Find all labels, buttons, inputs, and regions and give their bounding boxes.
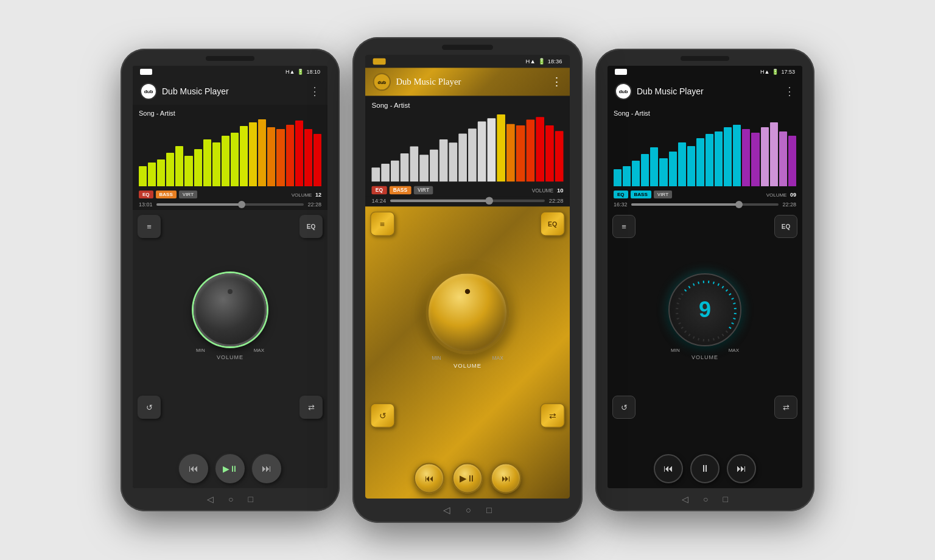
min-label-3: MIN bbox=[671, 348, 680, 353]
next-btn-2[interactable]: ⏭ bbox=[491, 463, 521, 493]
phone-3: H▲ 🔋 17:53 dub Dub Music Player ⋮ Song -… bbox=[595, 49, 814, 511]
eq-btn-3[interactable]: EQ bbox=[774, 215, 797, 238]
back-btn-2[interactable]: ◁ bbox=[443, 505, 450, 516]
virt-tag-2[interactable]: VIRT bbox=[414, 186, 433, 195]
bass-tag-1[interactable]: BASS bbox=[156, 191, 177, 198]
bottom-btn-row-3: ↺ ⇄ bbox=[612, 396, 797, 419]
play-pause-btn-1[interactable]: ▶⏸ bbox=[215, 454, 245, 483]
bass-tag-2[interactable]: BASS bbox=[389, 186, 411, 195]
virt-tag-1[interactable]: VIRT bbox=[179, 191, 197, 198]
svg-line-16 bbox=[732, 323, 734, 324]
tag-buttons-1: EQ BASS VIRT bbox=[139, 191, 197, 198]
progress-thumb-3 bbox=[735, 201, 743, 208]
knob-dot-1 bbox=[228, 289, 233, 294]
back-btn-3[interactable]: ◁ bbox=[682, 494, 688, 504]
eq-tag-3[interactable]: EQ bbox=[614, 191, 628, 198]
eq-bar bbox=[526, 119, 534, 181]
eq-bar bbox=[410, 147, 419, 182]
eq-bar bbox=[761, 127, 769, 186]
progress-bar-1[interactable] bbox=[156, 203, 304, 206]
phone-speaker-2 bbox=[442, 45, 493, 50]
progress-bar-2[interactable] bbox=[390, 200, 545, 202]
next-btn-3[interactable]: ⏭ bbox=[727, 454, 756, 483]
next-btn-1[interactable]: ⏭ bbox=[252, 454, 281, 483]
app-header-2: dub Dub Music Player ⋮ bbox=[365, 68, 570, 96]
time-3: 17:53 bbox=[781, 69, 795, 75]
volume-knob-1[interactable] bbox=[194, 273, 267, 346]
progress-bar-3[interactable] bbox=[631, 203, 779, 206]
nav-bar-3: ◁ ○ □ bbox=[682, 494, 728, 504]
controls-row-2: EQ BASS VIRT VOLUME 10 bbox=[365, 184, 570, 197]
eq-tag-2[interactable]: EQ bbox=[372, 186, 387, 195]
app-title-1: Dub Music Player bbox=[162, 86, 309, 96]
shuffle-btn-2[interactable]: ⇄ bbox=[541, 404, 565, 428]
repeat-btn-2[interactable]: ↺ bbox=[370, 404, 394, 428]
eq-bar bbox=[439, 139, 447, 181]
eq-bar bbox=[788, 136, 796, 186]
virt-tag-3[interactable]: VIRT bbox=[654, 191, 672, 198]
prev-btn-3[interactable]: ⏮ bbox=[654, 454, 683, 483]
eq-bar bbox=[194, 149, 202, 186]
time-current-2: 14:24 bbox=[372, 198, 387, 205]
repeat-btn-1[interactable]: ↺ bbox=[138, 396, 161, 419]
status-left-2 bbox=[373, 58, 386, 65]
more-menu-3[interactable]: ⋮ bbox=[784, 85, 795, 98]
svg-line-17 bbox=[729, 327, 731, 328]
list-btn-3[interactable]: ≡ bbox=[612, 215, 636, 238]
eq-bar bbox=[715, 131, 723, 186]
prev-btn-2[interactable]: ⏮ bbox=[414, 463, 444, 493]
time-current-1: 13:01 bbox=[139, 201, 153, 208]
status-right-2: H▲ 🔋 18:36 bbox=[526, 58, 562, 65]
eq-bar bbox=[650, 147, 658, 186]
app-title-3: Dub Music Player bbox=[637, 86, 784, 96]
max-label-3: MAX bbox=[729, 348, 739, 353]
bottom-btn-row-1: ↺ ⇄ bbox=[138, 396, 323, 419]
eq-bars-3 bbox=[614, 119, 796, 186]
eq-btn-2[interactable]: EQ bbox=[541, 212, 565, 236]
more-menu-1[interactable]: ⋮ bbox=[309, 85, 320, 98]
volume-knob-2[interactable] bbox=[426, 271, 510, 354]
list-btn-1[interactable]: ≡ bbox=[138, 215, 161, 238]
play-pause-btn-2[interactable]: ▶⏸ bbox=[452, 463, 483, 493]
repeat-btn-3[interactable]: ↺ bbox=[612, 396, 636, 419]
play-pause-btn-3[interactable]: ⏸ bbox=[690, 454, 720, 483]
battery-icon-3: 🔋 bbox=[772, 69, 779, 75]
eq-btn-1[interactable]: EQ bbox=[299, 215, 323, 238]
eq-bar bbox=[614, 169, 622, 186]
logo-text-3: dub bbox=[619, 89, 628, 94]
knob-container-3: // Ticks generated below via JS 9 MIN MA… bbox=[668, 273, 741, 360]
back-btn-1[interactable]: ◁ bbox=[207, 494, 214, 504]
prev-btn-1[interactable]: ⏮ bbox=[179, 454, 208, 483]
more-menu-2[interactable]: ⋮ bbox=[551, 75, 562, 89]
svg-line-35 bbox=[681, 293, 683, 295]
app-header-1: dub Dub Music Player ⋮ bbox=[133, 78, 327, 105]
shuffle-btn-3[interactable]: ⇄ bbox=[774, 396, 797, 419]
eq-bar bbox=[203, 139, 211, 186]
shuffle-btn-1[interactable]: ⇄ bbox=[299, 396, 323, 419]
eq-bar bbox=[175, 146, 183, 186]
recent-btn-2[interactable]: □ bbox=[486, 505, 492, 516]
app-logo-3: dub bbox=[615, 83, 632, 100]
volume-display-3: VOLUME 09 bbox=[766, 192, 796, 198]
controls-row-1: EQ BASS VIRT VOLUME 12 bbox=[133, 189, 327, 200]
controls-row-3: EQ BASS VIRT VOLUME 09 bbox=[608, 189, 802, 200]
eq-bar bbox=[751, 133, 759, 186]
eq-bar bbox=[706, 134, 713, 186]
svg-line-1 bbox=[688, 286, 690, 288]
bass-tag-3[interactable]: BASS bbox=[631, 191, 651, 198]
top-btn-row-2: ≡ EQ bbox=[370, 212, 564, 236]
eq-bar bbox=[157, 159, 165, 186]
player-section-3: ≡ EQ // Ticks generated below via JS bbox=[608, 210, 802, 488]
home-btn-2[interactable]: ○ bbox=[466, 505, 471, 516]
song-title-2: Song - Artist bbox=[372, 101, 564, 109]
recent-btn-1[interactable]: □ bbox=[248, 494, 253, 504]
knob-ticks-3: // Ticks generated below via JS bbox=[670, 275, 743, 348]
eq-tag-1[interactable]: EQ bbox=[139, 191, 153, 198]
progress-fill-3 bbox=[631, 203, 739, 206]
volume-knob-3[interactable]: // Ticks generated below via JS 9 bbox=[668, 273, 741, 346]
home-btn-1[interactable]: ○ bbox=[228, 494, 233, 504]
eq-bar bbox=[458, 134, 467, 182]
home-btn-3[interactable]: ○ bbox=[703, 494, 708, 504]
recent-btn-3[interactable]: □ bbox=[723, 494, 728, 504]
list-btn-2[interactable]: ≡ bbox=[370, 212, 394, 236]
